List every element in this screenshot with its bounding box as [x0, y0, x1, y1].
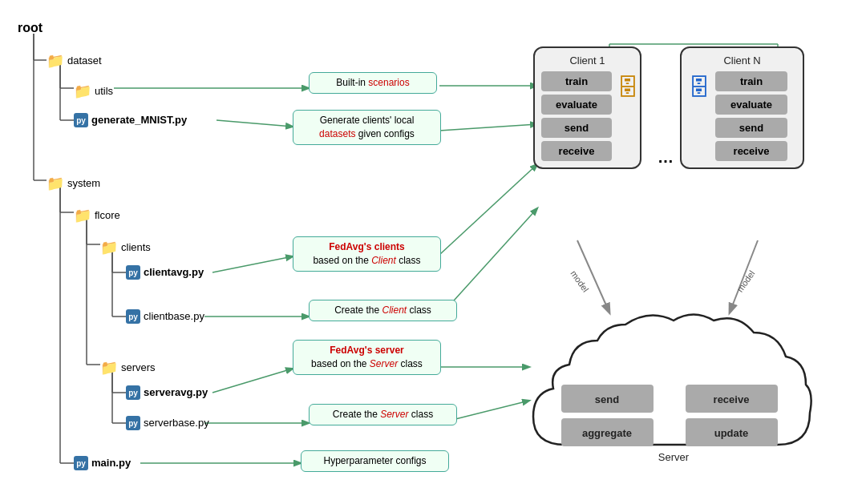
clientN-title: Client N — [688, 54, 796, 67]
clientavg-label: clientavg.py — [144, 264, 204, 281]
folder-icon-flcore: 📁 — [74, 204, 91, 228]
svg-text:send: send — [595, 393, 619, 405]
folder-icon-servers: 📁 — [100, 357, 118, 380]
clientN-receive-btn: receive — [715, 141, 787, 161]
flcore-label: flcore — [95, 208, 120, 224]
annotation-hyperparams: Hyperparameter configs — [301, 450, 449, 472]
clientN-train-btn: train — [715, 71, 787, 91]
folder-icon-clients: 📁 — [100, 236, 118, 260]
client1-send-btn: send — [541, 118, 612, 138]
diagram: root 📁 dataset 📁 utils py generate_MNIST… — [0, 0, 866, 504]
tree-item-clientbase: py clientbase.py — [126, 308, 204, 325]
ann2-text: Generate clients' localdatasets given co… — [319, 115, 415, 139]
tree-root: root — [18, 18, 42, 38]
client1-db-icon: 🗄 — [617, 75, 639, 101]
serverbase-label: serverbase.py — [144, 415, 209, 432]
annotation-create-client: Create the Client class — [309, 300, 457, 321]
tree-item-serverbase: py serverbase.py — [126, 415, 209, 432]
svg-text:py: py — [128, 389, 138, 397]
annotation-fedavg-clients: FedAvg's clientsbased on the Client clas… — [293, 236, 441, 272]
folder-icon-utils: 📁 — [74, 80, 91, 103]
python-icon-clientbase: py — [126, 309, 140, 324]
svg-text:receive: receive — [714, 393, 750, 405]
svg-text:aggregate: aggregate — [582, 427, 632, 439]
python-icon-serveravg: py — [126, 385, 140, 400]
tree-item-utils: 📁 utils — [74, 80, 113, 103]
tree-item-clientavg: py clientavg.py — [126, 264, 204, 281]
ellipsis: … — [658, 148, 674, 167]
generate-mnist-label: generate_MNIST.py — [91, 112, 187, 129]
svg-line-28 — [212, 256, 293, 272]
python-icon-generate-mnist: py — [74, 113, 88, 127]
annotation-fedavg-server: FedAvg's serverbased on the Server class — [293, 340, 441, 375]
model-label-client1: model — [569, 268, 590, 293]
python-icon-serverbase: py — [126, 416, 140, 430]
client1-train-btn: train — [541, 71, 612, 91]
system-label: system — [67, 175, 100, 192]
svg-line-31 — [439, 164, 537, 255]
tree-item-clients: 📁 clients — [100, 236, 151, 260]
python-icon-main: py — [74, 456, 88, 470]
ann1-text: Built-in scenarios — [336, 77, 409, 88]
svg-text:py: py — [128, 312, 138, 321]
svg-line-32 — [212, 369, 293, 393]
serveravg-label: serveravg.py — [144, 385, 208, 401]
ann5-text: FedAvg's serverbased on the Server class — [311, 345, 423, 369]
clientN-evaluate-btn: evaluate — [715, 95, 787, 115]
ann4-text: Create the Client class — [334, 304, 431, 316]
root-label: root — [18, 18, 42, 38]
tree-item-serveravg: py serveravg.py — [126, 385, 208, 401]
svg-text:py: py — [76, 459, 86, 468]
tree-item-system: 📁 system — [47, 172, 100, 196]
folder-icon-system: 📁 — [47, 172, 64, 196]
svg-line-25 — [216, 120, 293, 127]
clients-label: clients — [121, 240, 151, 256]
clientN-send-btn: send — [715, 118, 787, 138]
client1-container: Client 1 train evaluate send receive 🗄 — [533, 46, 641, 169]
ann7-text: Hyperparameter configs — [323, 455, 426, 466]
svg-text:py: py — [76, 116, 86, 125]
tree-item-generate-mnist: py generate_MNIST.py — [74, 112, 187, 129]
tree-item-servers: 📁 servers — [100, 357, 156, 380]
client1-receive-btn: receive — [541, 141, 612, 161]
svg-text:Server: Server — [658, 451, 690, 463]
python-icon-clientavg: py — [126, 265, 140, 280]
server-cloud: send receive aggregate update Server — [525, 296, 822, 469]
annotation-generate-datasets: Generate clients' localdatasets given co… — [293, 110, 441, 145]
clientN-db-icon: 🗄 — [688, 75, 710, 101]
svg-text:py: py — [128, 419, 138, 428]
ann3-text: FedAvg's clientsbased on the Client clas… — [313, 241, 420, 266]
svg-text:update: update — [714, 427, 749, 439]
annotation-builtin-scenarios: Built-in scenarios — [309, 72, 437, 94]
main-label: main.py — [91, 455, 131, 472]
utils-label: utils — [95, 83, 113, 100]
client1-title: Client 1 — [541, 54, 633, 67]
dataset-label: dataset — [67, 53, 102, 70]
folder-icon-dataset: 📁 — [47, 50, 64, 73]
clientN-container: Client N 🗄 train evaluate send receive — [680, 46, 804, 169]
tree-item-dataset: 📁 dataset — [47, 50, 102, 73]
annotation-create-server: Create the Server class — [309, 404, 457, 425]
model-label-clientN: model — [734, 268, 756, 293]
svg-text:py: py — [128, 268, 138, 277]
server-cloud-svg: send receive aggregate update Server — [525, 296, 822, 469]
svg-line-27 — [439, 124, 537, 131]
client1-evaluate-btn: evaluate — [541, 95, 612, 115]
clientbase-label: clientbase.py — [144, 308, 204, 325]
tree-item-main: py main.py — [74, 455, 131, 472]
ann6-text: Create the Server class — [333, 409, 433, 420]
servers-label: servers — [121, 360, 156, 377]
tree-item-flcore: 📁 flcore — [74, 204, 120, 228]
